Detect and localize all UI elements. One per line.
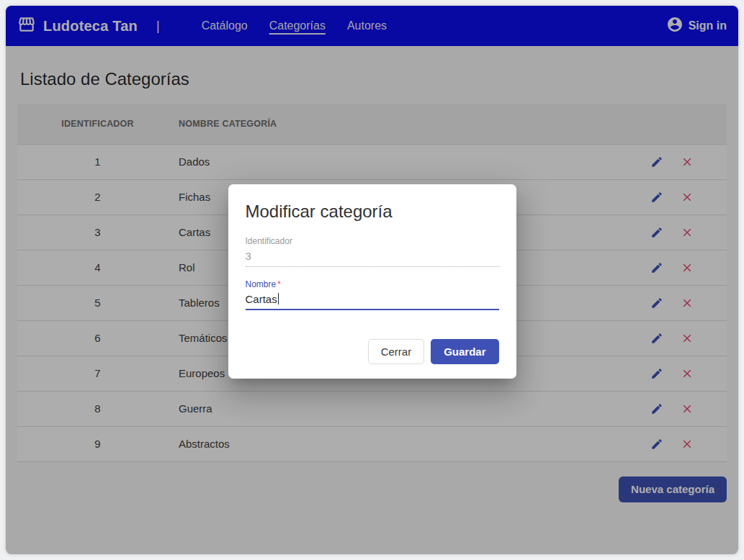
- save-button[interactable]: Guardar: [431, 339, 498, 364]
- identifier-field: Identificador 3: [246, 236, 499, 267]
- close-button[interactable]: Cerrar: [368, 339, 425, 364]
- name-label: Nombre*: [246, 279, 499, 289]
- name-input[interactable]: Cartas: [246, 293, 499, 310]
- dialog-title: Modificar categoría: [246, 202, 499, 222]
- app-window: Ludoteca Tan | Catálogo Categorías Autor…: [6, 6, 738, 554]
- required-asterisk: *: [277, 279, 281, 289]
- name-field: Nombre* Cartas: [246, 279, 499, 310]
- identifier-label: Identificador: [246, 236, 499, 246]
- identifier-value: 3: [246, 250, 251, 262]
- edit-category-dialog: Modificar categoría Identificador 3 Nomb…: [228, 184, 516, 379]
- text-caret: [278, 293, 279, 304]
- identifier-input: 3: [246, 250, 499, 267]
- name-value: Cartas: [246, 293, 277, 305]
